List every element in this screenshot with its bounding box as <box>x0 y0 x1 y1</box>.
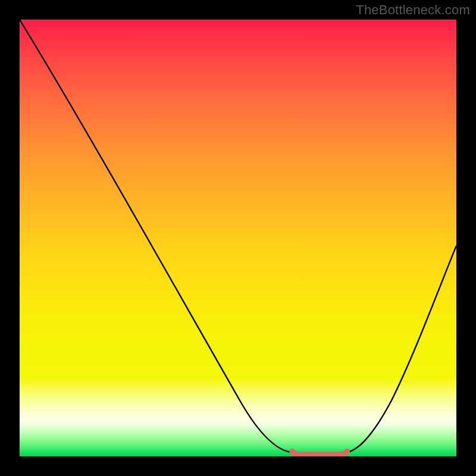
watermark-text: TheBottleneck.com <box>356 2 470 18</box>
curve-path <box>20 20 456 453</box>
flat-zone-highlight <box>292 452 347 455</box>
plot-area <box>20 20 456 456</box>
bottleneck-curve <box>20 20 456 456</box>
chart-frame: TheBottleneck.com <box>0 0 476 476</box>
